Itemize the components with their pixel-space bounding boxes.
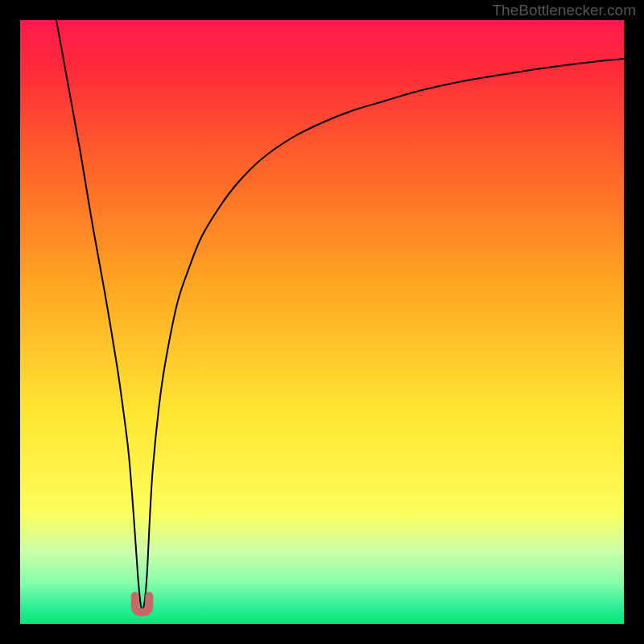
chart-background: [20, 20, 624, 624]
chart-svg: [20, 20, 624, 624]
chart-area: [20, 20, 624, 624]
watermark-text: TheBottlenecker.com: [493, 2, 636, 19]
